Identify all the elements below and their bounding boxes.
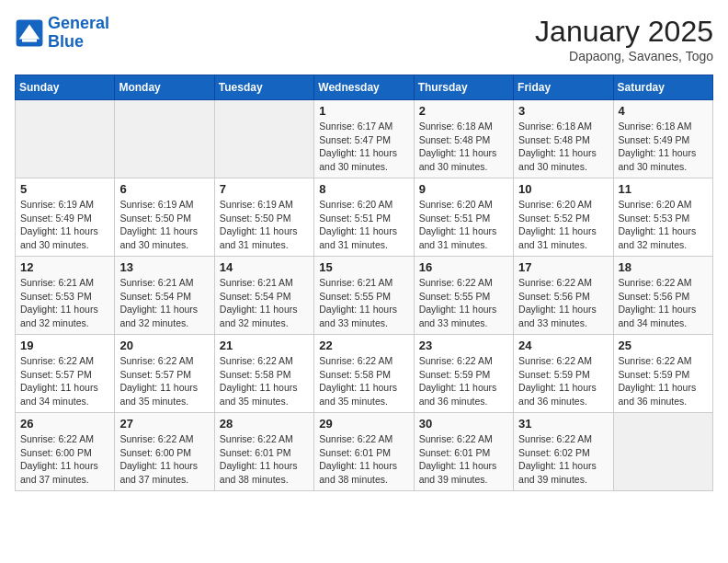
calendar-cell: 3Sunrise: 6:18 AM Sunset: 5:48 PM Daylig… xyxy=(514,100,613,178)
day-detail: Sunrise: 6:22 AM Sunset: 5:59 PM Dayligh… xyxy=(619,354,708,408)
weekday-header-friday: Friday xyxy=(514,75,613,100)
weekday-header-sunday: Sunday xyxy=(16,75,115,100)
calendar-cell: 19Sunrise: 6:22 AM Sunset: 5:57 PM Dayli… xyxy=(16,335,115,413)
calendar-cell: 20Sunrise: 6:22 AM Sunset: 5:57 PM Dayli… xyxy=(115,335,214,413)
calendar-cell: 16Sunrise: 6:22 AM Sunset: 5:55 PM Dayli… xyxy=(414,257,513,335)
day-number: 1 xyxy=(319,104,408,118)
calendar-cell: 5Sunrise: 6:19 AM Sunset: 5:49 PM Daylig… xyxy=(16,178,115,257)
day-number: 19 xyxy=(20,339,109,352)
calendar-cell: 15Sunrise: 6:21 AM Sunset: 5:55 PM Dayli… xyxy=(314,257,414,335)
location-subtitle: Dapaong, Savanes, Togo xyxy=(535,49,713,63)
day-number: 21 xyxy=(220,339,309,352)
day-detail: Sunrise: 6:17 AM Sunset: 5:47 PM Dayligh… xyxy=(319,120,408,174)
logo-line2: Blue xyxy=(48,32,84,51)
day-detail: Sunrise: 6:22 AM Sunset: 6:01 PM Dayligh… xyxy=(220,432,309,487)
calendar-cell: 26Sunrise: 6:22 AM Sunset: 6:00 PM Dayli… xyxy=(16,413,115,491)
day-detail: Sunrise: 6:22 AM Sunset: 6:00 PM Dayligh… xyxy=(20,432,109,487)
calendar-cell: 28Sunrise: 6:22 AM Sunset: 6:01 PM Dayli… xyxy=(214,413,313,491)
day-detail: Sunrise: 6:22 AM Sunset: 6:00 PM Dayligh… xyxy=(119,432,209,487)
day-number: 25 xyxy=(619,339,708,352)
day-number: 2 xyxy=(419,104,508,118)
logo-icon xyxy=(15,18,44,48)
day-number: 4 xyxy=(619,104,708,118)
calendar-cell xyxy=(613,413,712,491)
month-title: January 2025 xyxy=(535,15,713,49)
day-number: 12 xyxy=(20,260,109,274)
day-detail: Sunrise: 6:20 AM Sunset: 5:51 PM Dayligh… xyxy=(419,198,508,252)
day-detail: Sunrise: 6:21 AM Sunset: 5:54 PM Dayligh… xyxy=(119,276,209,330)
day-number: 8 xyxy=(319,182,408,196)
calendar-cell: 24Sunrise: 6:22 AM Sunset: 5:59 PM Dayli… xyxy=(514,335,613,413)
day-detail: Sunrise: 6:22 AM Sunset: 6:01 PM Dayligh… xyxy=(319,432,408,487)
day-number: 9 xyxy=(419,182,508,196)
calendar-cell: 13Sunrise: 6:21 AM Sunset: 5:54 PM Dayli… xyxy=(115,257,214,335)
day-number: 24 xyxy=(518,339,608,352)
day-detail: Sunrise: 6:20 AM Sunset: 5:52 PM Dayligh… xyxy=(518,198,608,252)
calendar-week-3: 12Sunrise: 6:21 AM Sunset: 5:53 PM Dayli… xyxy=(16,257,713,335)
calendar-cell xyxy=(115,100,214,178)
weekday-header-row: SundayMondayTuesdayWednesdayThursdayFrid… xyxy=(16,75,713,100)
day-detail: Sunrise: 6:22 AM Sunset: 6:01 PM Dayligh… xyxy=(419,432,508,487)
weekday-header-wednesday: Wednesday xyxy=(314,75,414,100)
day-number: 5 xyxy=(20,182,109,196)
day-detail: Sunrise: 6:21 AM Sunset: 5:53 PM Dayligh… xyxy=(20,276,109,330)
day-detail: Sunrise: 6:21 AM Sunset: 5:54 PM Dayligh… xyxy=(220,276,309,330)
day-number: 11 xyxy=(619,182,708,196)
calendar-cell xyxy=(16,100,115,178)
calendar-cell: 11Sunrise: 6:20 AM Sunset: 5:53 PM Dayli… xyxy=(613,178,712,257)
calendar-cell: 18Sunrise: 6:22 AM Sunset: 5:56 PM Dayli… xyxy=(613,257,712,335)
calendar-cell: 9Sunrise: 6:20 AM Sunset: 5:51 PM Daylig… xyxy=(414,178,513,257)
day-number: 7 xyxy=(220,182,309,196)
calendar-week-2: 5Sunrise: 6:19 AM Sunset: 5:49 PM Daylig… xyxy=(16,178,713,257)
calendar-cell: 6Sunrise: 6:19 AM Sunset: 5:50 PM Daylig… xyxy=(115,178,214,257)
calendar-cell: 25Sunrise: 6:22 AM Sunset: 5:59 PM Dayli… xyxy=(613,335,712,413)
day-number: 26 xyxy=(20,417,109,431)
calendar-cell: 23Sunrise: 6:22 AM Sunset: 5:59 PM Dayli… xyxy=(414,335,513,413)
day-detail: Sunrise: 6:22 AM Sunset: 5:58 PM Dayligh… xyxy=(319,354,408,408)
day-number: 16 xyxy=(419,260,508,274)
calendar-cell: 10Sunrise: 6:20 AM Sunset: 5:52 PM Dayli… xyxy=(514,178,613,257)
day-number: 6 xyxy=(119,182,209,196)
day-number: 27 xyxy=(119,417,209,431)
calendar-cell: 31Sunrise: 6:22 AM Sunset: 6:02 PM Dayli… xyxy=(514,413,613,491)
calendar-cell: 2Sunrise: 6:18 AM Sunset: 5:48 PM Daylig… xyxy=(414,100,513,178)
day-number: 23 xyxy=(419,339,508,352)
day-detail: Sunrise: 6:22 AM Sunset: 5:55 PM Dayligh… xyxy=(419,276,508,330)
day-detail: Sunrise: 6:22 AM Sunset: 5:59 PM Dayligh… xyxy=(419,354,508,408)
calendar-cell: 8Sunrise: 6:20 AM Sunset: 5:51 PM Daylig… xyxy=(314,178,414,257)
calendar-cell: 7Sunrise: 6:19 AM Sunset: 5:50 PM Daylig… xyxy=(214,178,313,257)
calendar-cell: 22Sunrise: 6:22 AM Sunset: 5:58 PM Dayli… xyxy=(314,335,414,413)
day-detail: Sunrise: 6:19 AM Sunset: 5:50 PM Dayligh… xyxy=(220,198,309,252)
day-detail: Sunrise: 6:18 AM Sunset: 5:49 PM Dayligh… xyxy=(619,120,708,174)
logo-line1: General xyxy=(48,14,109,32)
calendar-cell: 27Sunrise: 6:22 AM Sunset: 6:00 PM Dayli… xyxy=(115,413,214,491)
day-number: 14 xyxy=(220,260,309,274)
page-header: General Blue January 2025 Dapaong, Savan… xyxy=(15,15,713,63)
calendar-week-1: 1Sunrise: 6:17 AM Sunset: 5:47 PM Daylig… xyxy=(16,100,713,178)
day-detail: Sunrise: 6:19 AM Sunset: 5:49 PM Dayligh… xyxy=(20,198,109,252)
calendar-cell: 1Sunrise: 6:17 AM Sunset: 5:47 PM Daylig… xyxy=(314,100,414,178)
day-number: 17 xyxy=(518,260,608,274)
svg-rect-2 xyxy=(22,39,37,41)
weekday-header-thursday: Thursday xyxy=(414,75,513,100)
calendar-cell: 14Sunrise: 6:21 AM Sunset: 5:54 PM Dayli… xyxy=(214,257,313,335)
day-number: 29 xyxy=(319,417,408,431)
day-detail: Sunrise: 6:22 AM Sunset: 5:58 PM Dayligh… xyxy=(220,354,309,408)
title-block: January 2025 Dapaong, Savanes, Togo xyxy=(535,15,713,63)
calendar-cell: 4Sunrise: 6:18 AM Sunset: 5:49 PM Daylig… xyxy=(613,100,712,178)
day-number: 22 xyxy=(319,339,408,352)
day-detail: Sunrise: 6:22 AM Sunset: 6:02 PM Dayligh… xyxy=(518,432,608,487)
day-detail: Sunrise: 6:22 AM Sunset: 5:57 PM Dayligh… xyxy=(119,354,209,408)
calendar-table: SundayMondayTuesdayWednesdayThursdayFrid… xyxy=(15,75,713,491)
logo: General Blue xyxy=(15,15,109,52)
day-number: 13 xyxy=(119,260,209,274)
day-detail: Sunrise: 6:22 AM Sunset: 5:57 PM Dayligh… xyxy=(20,354,109,408)
calendar-cell xyxy=(214,100,313,178)
weekday-header-tuesday: Tuesday xyxy=(214,75,313,100)
day-detail: Sunrise: 6:22 AM Sunset: 5:56 PM Dayligh… xyxy=(518,276,608,330)
day-number: 15 xyxy=(319,260,408,274)
calendar-week-5: 26Sunrise: 6:22 AM Sunset: 6:00 PM Dayli… xyxy=(16,413,713,491)
weekday-header-monday: Monday xyxy=(115,75,214,100)
weekday-header-saturday: Saturday xyxy=(613,75,712,100)
day-number: 10 xyxy=(518,182,608,196)
